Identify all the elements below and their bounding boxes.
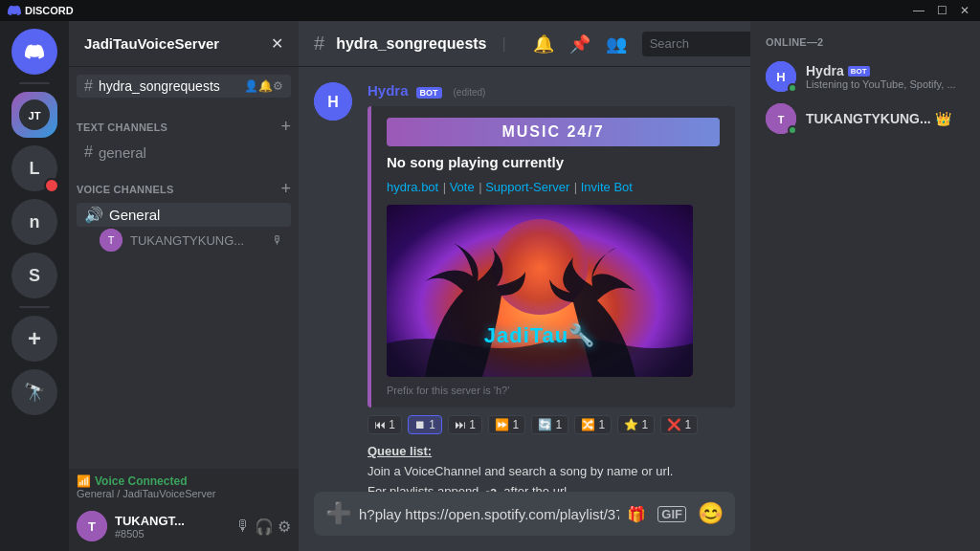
headphone-icon[interactable]: 🎧 xyxy=(255,518,274,536)
search-bar: 🔍 xyxy=(642,32,750,56)
minimize-btn[interactable]: — xyxy=(911,4,926,17)
reaction-star[interactable]: ⭐ 1 xyxy=(617,415,655,434)
embed: MUSIC 24/7 No song playing currently hyd… xyxy=(368,106,735,408)
close-btn[interactable]: ✕ xyxy=(957,4,972,17)
add-voice-channel-btn[interactable]: + xyxy=(280,179,291,199)
embed-links: hydra.bot | Vote | Support-Server | Invi… xyxy=(387,178,720,195)
reaction-next[interactable]: ⏭ 1 xyxy=(448,415,482,434)
channel-item-pinned[interactable]: # hydra_songrequests 👤🔔⚙ xyxy=(77,75,291,98)
mic-icon[interactable]: 🎙 xyxy=(235,518,251,536)
reaction-shuffle[interactable]: 🔀 1 xyxy=(574,415,612,434)
channel-sidebar: JadiTauVoiceServer ✕ # hydra_songrequest… xyxy=(69,21,299,551)
hash-icon-general: # xyxy=(84,143,93,161)
voice-channel-general[interactable]: 🔊 General xyxy=(77,203,291,227)
voice-channels-label[interactable]: VOICE CHANNELS xyxy=(77,184,173,195)
server-add-btn[interactable]: + xyxy=(11,316,57,362)
user-names: TUKANGT... #8505 xyxy=(115,514,185,540)
reaction-repeat[interactable]: 🔄 1 xyxy=(531,415,568,434)
user-info: T TUKANGT... #8505 xyxy=(77,511,228,541)
server-icon-jaditau[interactable]: JT xyxy=(11,92,57,138)
text-channels-label[interactable]: TEXT CHANNELS xyxy=(77,121,167,133)
window-controls: — ☐ ✕ xyxy=(911,4,972,17)
app-logo: DISCORD xyxy=(8,4,74,17)
volume-icon: 🔊 xyxy=(84,206,103,224)
embed-image-inner: JadiTau🔧 xyxy=(387,205,693,377)
server-header[interactable]: JadiTauVoiceServer ✕ xyxy=(69,21,299,67)
reaction-x[interactable]: ❌ 1 xyxy=(660,415,698,434)
embed-image: JadiTau🔧 xyxy=(387,205,693,377)
svg-text:H: H xyxy=(776,70,785,84)
online-avatar-hydra: H xyxy=(766,61,796,92)
maximize-btn[interactable]: ☐ xyxy=(934,4,949,17)
svg-text:T: T xyxy=(778,114,785,125)
voice-channel-label: General / JadiTauVoiceServer xyxy=(77,488,291,499)
message-group: H Hydra BOT (edited) MUSIC 24/7 No song … xyxy=(314,82,735,492)
reaction-prev[interactable]: ⏮ 1 xyxy=(368,415,402,434)
pinned-channel-icons: 👤🔔⚙ xyxy=(244,79,283,93)
server-chevron-icon: ✕ xyxy=(271,34,283,53)
user-avatar: T xyxy=(77,511,107,541)
music-banner: MUSIC 24/7 xyxy=(387,118,720,146)
add-text-channel-btn[interactable]: + xyxy=(280,117,291,137)
members-icon[interactable]: 👥 xyxy=(606,33,627,55)
server-icon-L[interactable]: L xyxy=(11,145,57,191)
text-channels-category: TEXT CHANNELS + xyxy=(69,101,299,141)
online-section-title: ONLINE—2 xyxy=(758,36,972,48)
online-info-hydra: Hydra BOT Listening to YouTube, Spotify,… xyxy=(806,63,965,90)
channel-item-general[interactable]: # general xyxy=(77,141,291,164)
search-input[interactable] xyxy=(650,36,746,51)
svg-text:JT: JT xyxy=(28,110,40,121)
header-icons: 🔔 📌 👥 🔍 @ ? xyxy=(533,32,750,56)
user-panel: T TUKANGT... #8505 🎙 🎧 ⚙ xyxy=(69,501,299,551)
gift-icon[interactable]: 🎁 xyxy=(627,505,646,523)
message-author: Hydra xyxy=(368,82,409,99)
message-input[interactable] xyxy=(359,496,619,532)
server-divider xyxy=(19,82,50,84)
channels-area: # hydra_songrequests 👤🔔⚙ TEXT CHANNELS +… xyxy=(69,67,299,469)
support-link[interactable]: Support-Server xyxy=(485,180,569,194)
general-channel-name: general xyxy=(99,144,283,161)
queue-line-1: Join a VoiceChannel and search a song by… xyxy=(368,462,735,482)
edited-tag: (edited) xyxy=(454,87,486,98)
voice-member-item[interactable]: T TUKANGTYKUNG... 🎙 xyxy=(77,227,291,253)
server-discover-btn[interactable]: 🔭 xyxy=(11,369,57,415)
emoji-btn[interactable]: 😊 xyxy=(698,501,724,526)
bot-tag: BOT xyxy=(848,66,870,77)
queue-info: Queue list: Join a VoiceChannel and sear… xyxy=(368,442,735,492)
reaction-ff[interactable]: ⏩ 1 xyxy=(488,415,525,434)
server-name: JadiTauVoiceServer xyxy=(84,35,219,52)
app-layout: JT L n S + 🔭 JadiTauVoiceServer ✕ # hydr… xyxy=(0,21,980,551)
main-content: # hydra_songrequests | ▶|= Pause/Resume … xyxy=(299,21,750,551)
svg-text:T: T xyxy=(88,519,96,534)
server-list: JT L n S + 🔭 xyxy=(0,21,69,551)
header-divider: | xyxy=(502,35,506,53)
titlebar: DISCORD — ☐ ✕ xyxy=(0,0,980,21)
message-content: Hydra BOT (edited) MUSIC 24/7 No song pl… xyxy=(368,82,735,492)
online-member-hydra[interactable]: H Hydra BOT Listening to YouTube, Spotif… xyxy=(758,55,972,98)
online-avatar-tukang: T xyxy=(766,103,796,134)
embed-footer: Prefix for this server is 'h?' xyxy=(387,385,720,396)
member-icon: 🎙 xyxy=(272,233,283,247)
channel-header-name: hydra_songrequests xyxy=(336,35,486,53)
settings-icon[interactable]: ⚙ xyxy=(278,518,291,536)
voice-channels-category: VOICE CHANNELS + xyxy=(69,164,299,203)
server-icon-S[interactable]: S xyxy=(11,253,57,298)
message-input-area: ➕ 🎁 GIF 😊 xyxy=(299,492,750,551)
username: TUKANGT... xyxy=(115,514,185,528)
pin-icon[interactable]: 📌 xyxy=(569,33,590,55)
reaction-stop[interactable]: ⏹ 1 xyxy=(408,415,442,434)
invite-link[interactable]: Invite Bot xyxy=(581,180,633,194)
message-avatar: H xyxy=(314,82,352,121)
online-name-tukang: TUKANGTYKUNG... 👑 xyxy=(806,111,965,126)
user-tag: #8505 xyxy=(115,528,185,540)
queue-line-2: For playlists append -a after the url. xyxy=(368,482,735,492)
vote-link[interactable]: Vote xyxy=(450,180,475,194)
hydrabot-link[interactable]: hydra.bot xyxy=(387,180,438,194)
server-icon-n[interactable]: n xyxy=(11,199,57,245)
online-member-tukang[interactable]: T TUKANGTYKUNG... 👑 xyxy=(758,98,972,140)
svg-text:H: H xyxy=(327,94,339,110)
gif-btn[interactable]: GIF xyxy=(657,506,686,522)
attachment-btn[interactable]: ➕ xyxy=(325,492,351,536)
server-icon-home[interactable] xyxy=(11,29,57,75)
bell-icon[interactable]: 🔔 xyxy=(533,33,554,55)
